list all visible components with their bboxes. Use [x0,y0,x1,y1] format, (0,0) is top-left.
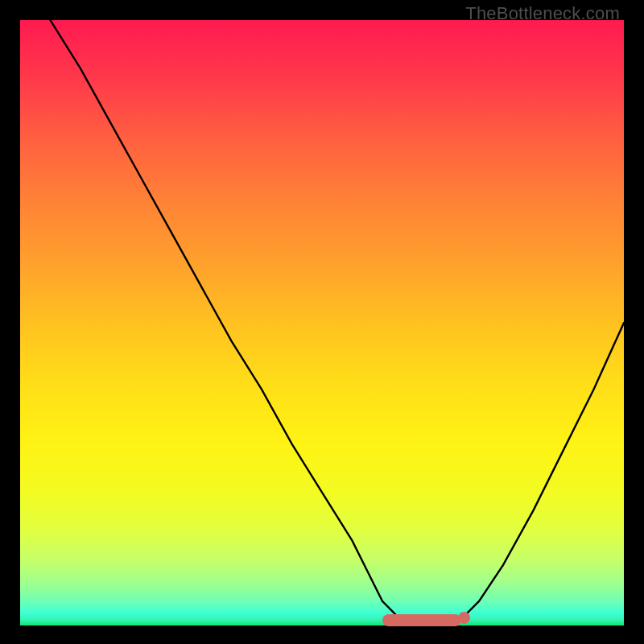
optimal-range-end-dot [458,612,470,624]
bottleneck-curve [20,20,624,625]
optimal-range-marker [382,614,461,626]
